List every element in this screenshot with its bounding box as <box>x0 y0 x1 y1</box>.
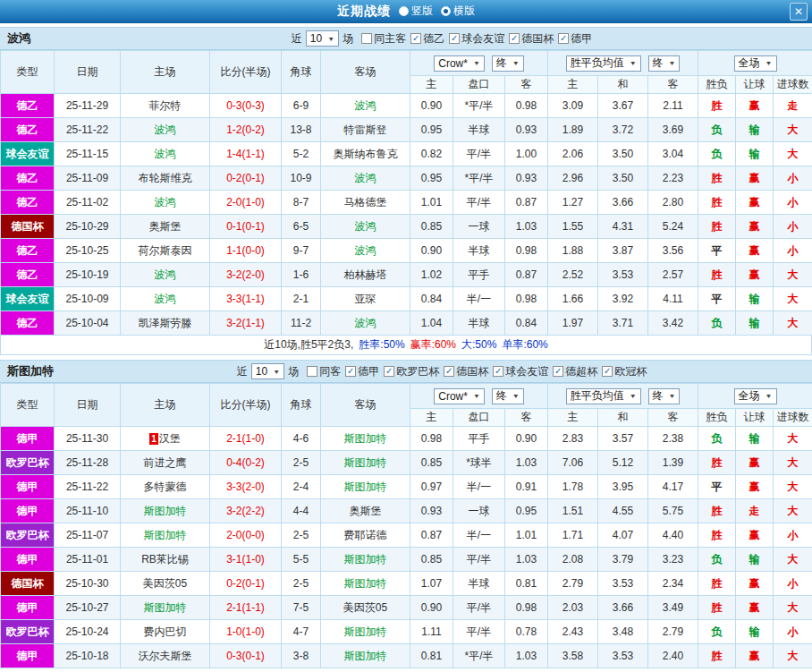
checkbox-icon[interactable]: ✓ <box>558 33 569 44</box>
summary-segment: 近10场,胜5平2负3, <box>264 337 353 353</box>
odds-away: 1.03 <box>505 215 548 239</box>
filter-label: 欧冠杯 <box>614 364 647 379</box>
league-type-badge: 德甲 <box>1 475 55 499</box>
odds-time-select[interactable]: 终▼ <box>492 55 524 72</box>
filter-德国杯[interactable]: ✓德国杯 <box>509 31 554 47</box>
checkbox-icon[interactable] <box>361 33 372 44</box>
match-date: 25-11-30 <box>55 427 121 451</box>
match-count-select[interactable]: 10▼ <box>251 363 284 379</box>
checkbox-icon[interactable]: ✓ <box>444 366 454 377</box>
match-row: 德甲25-10-27斯图加特2-1(1-1)7-5美因茨050.90平/半0.9… <box>1 596 812 620</box>
avg-draw: 3.50 <box>598 166 648 191</box>
chevron-down-icon: ▼ <box>273 368 280 375</box>
match-row: 欧罗巴杯25-10-24费内巴切1-0(1-0)4-7斯图加特1.11平/半0.… <box>1 620 812 644</box>
avg-time-select[interactable]: 终▼ <box>648 55 681 72</box>
league-type-badge: 德甲 <box>1 548 55 572</box>
match-score: 0-2(0-1) <box>210 572 282 596</box>
corner-score: 5-5 <box>282 548 321 572</box>
scope-select[interactable]: 全场▼ <box>734 55 777 72</box>
result-outcome: 负 <box>698 620 736 644</box>
avg-home: 2.79 <box>548 572 598 596</box>
match-row: 德乙25-11-09布轮斯维克0-2(0-1)10-9波鸿0.95*平/半0.9… <box>1 166 812 191</box>
checkbox-icon[interactable]: ✓ <box>602 366 613 377</box>
filter-德乙[interactable]: ✓德乙 <box>410 31 444 47</box>
home-team-name: 波鸿 <box>155 148 176 160</box>
corner-score: 2-5 <box>282 523 321 548</box>
radio-icon <box>441 6 451 16</box>
corner-score: 8-7 <box>282 191 321 215</box>
layout-radio-horizontal[interactable]: 横版 <box>441 4 475 19</box>
filter-欧罗巴杯[interactable]: ✓欧罗巴杯 <box>384 364 439 379</box>
avg-home: 2.43 <box>548 620 598 644</box>
result-handicap: 赢 <box>736 215 774 239</box>
col-let-ball: 让球 <box>736 409 774 427</box>
checkbox-icon[interactable]: ✓ <box>493 366 503 377</box>
odds-handicap: 平/半 <box>453 596 505 620</box>
result-goals: 大 <box>774 596 812 620</box>
filter-德甲[interactable]: ✓德甲 <box>558 31 592 47</box>
away-team: 奥斯纳布鲁克 <box>321 142 410 166</box>
match-score: 0-2(0-1) <box>210 166 282 191</box>
checkbox-icon[interactable]: ✓ <box>410 33 421 44</box>
odds-time-select[interactable]: 终▼ <box>492 388 524 404</box>
filter-同客[interactable]: 同客 <box>307 364 341 379</box>
avg-draw: 3.71 <box>598 311 648 336</box>
result-outcome: 胜 <box>698 596 736 620</box>
filter-德甲[interactable]: ✓德甲 <box>345 364 379 379</box>
league-type-badge: 球会友谊 <box>1 287 55 311</box>
result-handicap: 输 <box>736 287 774 311</box>
match-row: 德乙25-11-22波鸿1-2(0-2)13-8特雷斯登0.95半球0.931.… <box>1 118 812 142</box>
away-team: 波鸿 <box>321 94 410 118</box>
home-team: 波鸿 <box>121 287 210 311</box>
result-goals: 走 <box>774 94 812 118</box>
home-team: 布轮斯维克 <box>121 166 210 191</box>
filter-球会友谊[interactable]: ✓球会友谊 <box>493 364 548 379</box>
match-date: 25-11-22 <box>55 475 121 499</box>
near-label: 近 <box>237 364 248 379</box>
away-team: 费耶诺德 <box>321 523 410 548</box>
match-count-select[interactable]: 10▼ <box>306 30 339 47</box>
avg-type-select[interactable]: 胜平负均值▼ <box>566 55 641 72</box>
odds-handicap: *平/半 <box>453 166 505 191</box>
checkbox-icon[interactable]: ✓ <box>449 33 460 44</box>
corner-score: 13-8 <box>282 118 321 142</box>
checkbox-icon[interactable]: ✓ <box>553 366 563 377</box>
avg-away: 3.04 <box>648 142 698 166</box>
filter-德超杯[interactable]: ✓德超杯 <box>553 364 597 379</box>
result-goals: 大 <box>774 499 812 523</box>
result-outcome: 胜 <box>698 572 736 596</box>
away-team: 马格德堡 <box>321 191 410 215</box>
avg-draw: 3.79 <box>598 548 648 572</box>
bookmaker-select[interactable]: Crow*▼ <box>434 388 485 404</box>
corner-score: 1-6 <box>282 263 321 287</box>
result-handicap: 输 <box>736 548 774 572</box>
result-handicap: 赢 <box>736 644 774 668</box>
match-row: 球会友谊25-11-15波鸿1-4(1-1)5-2奥斯纳布鲁克0.82平/半1.… <box>1 142 812 166</box>
layout-radio-vertical[interactable]: 竖版 <box>399 4 433 19</box>
avg-home: 2.83 <box>548 427 598 451</box>
checkbox-icon[interactable]: ✓ <box>384 366 394 377</box>
avg-time-value: 终 <box>653 388 664 404</box>
scope-select[interactable]: 全场▼ <box>734 388 777 404</box>
odds-handicap: 平/半 <box>453 620 505 644</box>
bookmaker-select[interactable]: Crow*▼ <box>434 55 485 72</box>
match-row: 德甲25-11-10斯图加特3-2(2-2)4-4奥斯堡0.93一球0.951.… <box>1 499 812 523</box>
home-team: 波鸿 <box>121 263 210 287</box>
checkbox-icon[interactable]: ✓ <box>509 33 520 44</box>
filter-球会友谊[interactable]: ✓球会友谊 <box>449 31 504 47</box>
avg-time-select[interactable]: 终▼ <box>648 388 681 404</box>
filter-同主客[interactable]: 同主客 <box>361 31 406 47</box>
away-team: 柏林赫塔 <box>321 263 410 287</box>
summary-segment: 大:50% <box>461 337 496 353</box>
filter-德国杯[interactable]: ✓德国杯 <box>444 364 488 379</box>
chevron-down-icon: ▼ <box>327 35 334 42</box>
checkbox-icon[interactable] <box>307 366 317 377</box>
match-score: 3-2(2-0) <box>210 263 282 287</box>
filter-欧冠杯[interactable]: ✓欧冠杯 <box>602 364 647 379</box>
corner-score: 3-8 <box>282 644 321 668</box>
col-handicap: 盘口 <box>453 409 505 427</box>
match-score: 3-3(2-0) <box>210 475 282 499</box>
checkbox-icon[interactable]: ✓ <box>345 366 356 377</box>
avg-type-select[interactable]: 胜平负均值▼ <box>566 388 641 404</box>
close-icon[interactable]: ✕ <box>790 3 808 21</box>
